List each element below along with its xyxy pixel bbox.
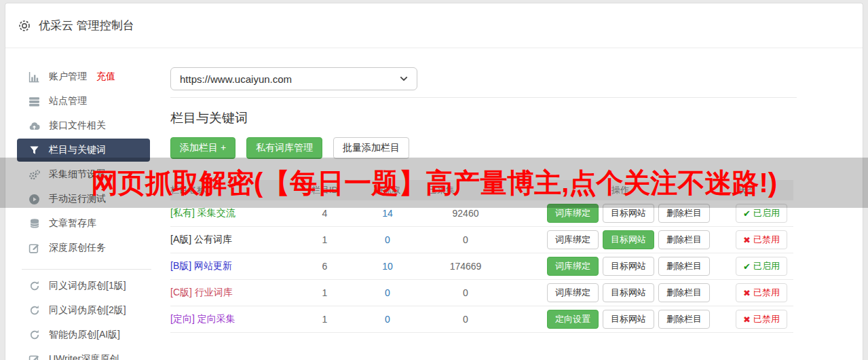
target-site-button[interactable]: 目标网站: [603, 257, 654, 276]
sidebar-item-article-storage[interactable]: 文章暂存库: [5, 211, 170, 236]
recharge-badge[interactable]: 充值: [96, 71, 115, 83]
batch-add-button[interactable]: 批量添加栏目: [333, 137, 409, 159]
lexicon-bind-button[interactable]: 词库绑定: [547, 230, 599, 249]
status-label: 已启用: [753, 260, 780, 272]
refresh-icon: [29, 305, 40, 317]
column-name-link[interactable]: [私有] 采集交流: [170, 207, 296, 219]
sidebar-item-manual-test[interactable]: 手动运行测试: [5, 187, 170, 211]
page-title: 栏目与关键词: [170, 109, 797, 127]
column-name-link[interactable]: [定向] 定向采集: [170, 313, 296, 325]
sidebar-item-interface-files[interactable]: 接口文件相关: [5, 113, 170, 138]
collected-count: 174669: [421, 261, 510, 272]
funnel-icon: [29, 145, 40, 156]
col-header-actions: 操作: [510, 184, 700, 196]
app-header: 优采云 管理控制台: [5, 3, 863, 48]
sidebar-item-label: 文章暂存库: [49, 217, 96, 230]
table-row: [B版] 网站更新 6 10 174669 词库绑定 目标网站 删除栏目 ✔已启…: [170, 253, 793, 280]
collected-count: 0: [421, 287, 510, 298]
chevron-down-icon: [400, 76, 408, 82]
target-site-button[interactable]: 目标网站: [603, 230, 654, 249]
status-toggle-button[interactable]: ✖已禁用: [736, 283, 787, 302]
edit-icon: [29, 354, 40, 360]
server-icon: [29, 96, 40, 107]
site-select[interactable]: https://www.ucaiyun.com: [170, 67, 417, 90]
sidebar-item-sites[interactable]: 站点管理: [5, 89, 170, 113]
sidebar-item-ai-rewrite[interactable]: 智能伪原创[AI版]: [5, 323, 170, 347]
sidebar: 账户管理 充值 站点管理 接口文件相关 栏目与关键词: [5, 48, 170, 360]
table-row: [私有] 采集交流 4 14 92460 词库绑定 目标网站 删除栏目 ✔已启用: [170, 200, 793, 227]
sidebar-item-label: 采集细节设置: [49, 168, 106, 181]
sidebar-item-label: 同义词伪原创[1版]: [49, 280, 126, 292]
add-column-button[interactable]: 添加栏目 +: [170, 137, 235, 159]
column-id: 1: [296, 314, 354, 325]
sidebar-divider: [22, 269, 151, 270]
app-window: 优采云 管理控制台 账户管理 充值 站点管理 接口文件相关: [5, 3, 863, 360]
col-header-name: 栏目名称: [170, 184, 296, 196]
app-title: 优采云 管理控制台: [39, 18, 134, 33]
sidebar-item-label: 手动运行测试: [49, 193, 106, 205]
edit-icon: [29, 242, 40, 254]
status-label: 已禁用: [753, 234, 780, 246]
check-icon: ✔: [743, 262, 751, 272]
table-row: [定向] 定向采集 1 0 0 定向设置 目标网站 删除栏目 ✖已禁用: [170, 306, 793, 333]
cross-icon: ✖: [743, 288, 751, 298]
sidebar-item-label: 同义词伪原创[2版]: [49, 304, 126, 317]
private-lexicon-button[interactable]: 私有词库管理: [246, 137, 322, 159]
sidebar-item-label: 站点管理: [49, 95, 87, 107]
pending-count-link[interactable]: 10: [382, 261, 393, 272]
table-row: [C版] 行业词库 1 0 0 词库绑定 目标网站 删除栏目 ✖已禁用: [170, 280, 793, 306]
table-row: [A版] 公有词库 1 0 0 词库绑定 目标网站 删除栏目 ✖已禁用: [170, 227, 793, 253]
main-content: https://www.ucaiyun.com 栏目与关键词 添加栏目 + 私有…: [170, 48, 863, 360]
lexicon-bind-button[interactable]: 词库绑定: [547, 257, 599, 276]
pending-count-link[interactable]: 14: [382, 208, 393, 219]
column-name-link[interactable]: [A版] 公有词库: [170, 234, 296, 246]
column-name-link[interactable]: [B版] 网站更新: [170, 260, 296, 272]
col-header-collected: 已采集: [421, 184, 510, 196]
pending-count-link[interactable]: 0: [385, 287, 390, 298]
target-site-button[interactable]: 目标网站: [603, 283, 654, 302]
sidebar-item-label: 智能伪原创[AI版]: [49, 329, 120, 341]
site-select-value: https://www.ucaiyun.com: [180, 73, 292, 85]
cross-icon: ✖: [743, 314, 751, 325]
cloud-upload-icon: [29, 120, 40, 132]
column-name-link[interactable]: [C版] 行业词库: [170, 287, 296, 299]
status-label: 已禁用: [753, 287, 780, 299]
lexicon-bind-button[interactable]: 词库绑定: [547, 204, 599, 223]
refresh-icon: [29, 329, 40, 341]
status-toggle-button[interactable]: ✖已禁用: [736, 230, 787, 249]
status-toggle-button[interactable]: ✔已启用: [736, 257, 787, 276]
sidebar-item-columns-keywords[interactable]: 栏目与关键词: [17, 139, 150, 162]
sidebar-item-deep-original[interactable]: 深度原创任务: [5, 236, 170, 260]
status-label: 已禁用: [753, 313, 780, 325]
sidebar-item-label: 深度原创任务: [49, 242, 106, 254]
column-id: 6: [296, 261, 354, 272]
gear-icon: [18, 19, 31, 33]
col-header-status: 状态: [700, 184, 793, 196]
lexicon-bind-button[interactable]: 词库绑定: [547, 283, 599, 302]
status-label: 已启用: [753, 207, 780, 219]
collected-count: 92460: [421, 208, 510, 219]
sidebar-item-account[interactable]: 账户管理 充值: [5, 65, 170, 89]
pending-count-link[interactable]: 0: [385, 314, 390, 325]
sidebar-item-uwriter[interactable]: UWriter深度原创: [5, 347, 170, 360]
sidebar-item-collect-settings[interactable]: 采集细节设置: [5, 162, 170, 187]
refresh-icon: [29, 281, 40, 292]
column-id: 4: [296, 208, 354, 219]
collected-count: 0: [421, 234, 510, 245]
sidebar-item-label: 账户管理: [49, 71, 87, 83]
target-site-button[interactable]: 目标网站: [603, 310, 654, 329]
status-toggle-button[interactable]: ✔已启用: [736, 204, 787, 223]
sidebar-item-synonym-v2[interactable]: 同义词伪原创[2版]: [5, 298, 170, 323]
play-icon: [29, 194, 40, 205]
table-header-row: 栏目名称 栏目ID 待抓取 已采集 操作 状态: [170, 180, 793, 200]
collected-count: 0: [421, 314, 510, 325]
pending-count-link[interactable]: 0: [385, 234, 390, 245]
directional-settings-button[interactable]: 定向设置: [547, 310, 599, 329]
check-icon: ✔: [743, 209, 751, 219]
sidebar-item-synonym-v1[interactable]: 同义词伪原创[1版]: [5, 274, 170, 298]
database-icon: [29, 218, 40, 230]
toolbar: 添加栏目 + 私有词库管理 批量添加栏目: [170, 137, 797, 159]
target-site-button[interactable]: 目标网站: [603, 204, 654, 223]
status-toggle-button[interactable]: ✖已禁用: [736, 310, 787, 329]
sidebar-item-label: UWriter深度原创: [49, 353, 119, 360]
